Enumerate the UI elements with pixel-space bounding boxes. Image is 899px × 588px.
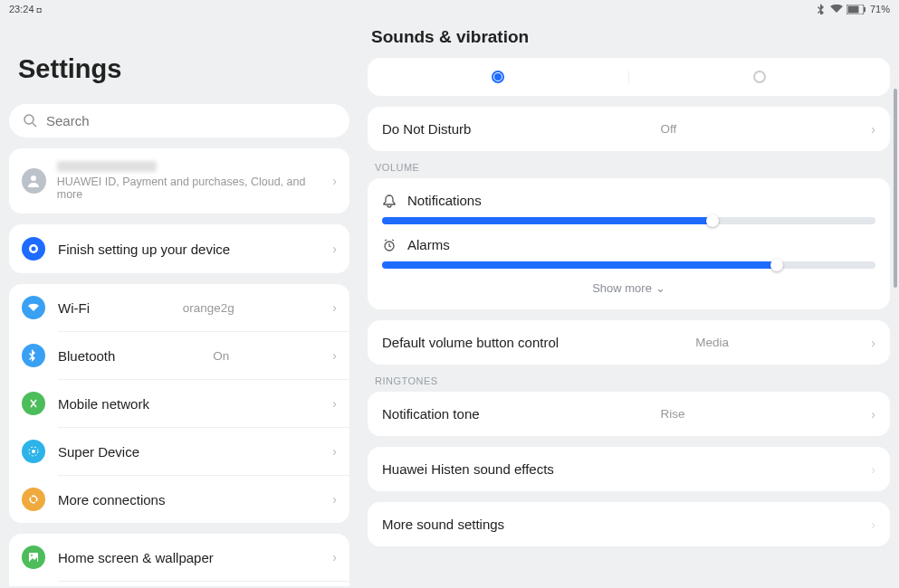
account-row[interactable]: HUAWEI ID, Payment and purchases, Cloud,…: [9, 148, 349, 213]
chevron-right-icon: ›: [871, 517, 875, 532]
default-volume-button-row[interactable]: Default volume button control Media ›: [368, 320, 890, 365]
search-input[interactable]: [46, 113, 335, 128]
chevron-right-icon: ›: [871, 407, 875, 422]
radio-unselected-icon: [753, 71, 766, 83]
chevron-right-icon: ›: [332, 444, 337, 459]
main-title: Sounds & vibration: [371, 27, 890, 47]
volume-slider-alarms[interactable]: [382, 261, 875, 269]
image-icon: [22, 545, 45, 569]
battery-percent: 71%: [870, 4, 890, 14]
chevron-down-icon: ⌄: [655, 281, 665, 295]
scrollbar-indicator[interactable]: [894, 89, 897, 288]
avatar-icon: [22, 168, 46, 194]
setup-label: Finish setting up your device: [58, 242, 230, 257]
volume-header: VOLUME: [375, 162, 890, 173]
chevron-right-icon: ›: [871, 462, 875, 477]
account-name-blurred: [57, 161, 157, 172]
volume-alarms: Alarms: [382, 228, 875, 272]
notification-tone-row[interactable]: Notification tone Rise ›: [368, 392, 890, 436]
volume-notifications: Notifications: [382, 184, 875, 228]
sidebar-item-more-connections[interactable]: More connections ›: [9, 476, 349, 523]
chevron-right-icon: ›: [332, 396, 337, 411]
sidebar-item-mobile-network[interactable]: Mobile network ›: [9, 380, 349, 427]
more-sound-settings-row[interactable]: More sound settings ›: [368, 502, 890, 546]
volume-slider-notifications[interactable]: [382, 217, 875, 224]
clock: 23:24: [9, 4, 34, 14]
setup-icon: [22, 237, 45, 261]
sound-mode-card: [368, 58, 890, 96]
chevron-right-icon: ›: [871, 122, 875, 137]
svg-point-5: [31, 175, 36, 181]
link-icon: [22, 488, 45, 511]
wifi-icon: [22, 296, 45, 319]
chevron-right-icon: ›: [332, 348, 337, 363]
connectivity-group: Wi-Fi orange2g › Bluetooth On › Mobile n…: [9, 284, 349, 523]
chevron-right-icon: ›: [332, 550, 337, 564]
histen-row[interactable]: Huawei Histen sound effects ›: [368, 447, 890, 491]
ringtones-header: RINGTONES: [375, 375, 890, 386]
sidebar-item-super-device[interactable]: Super Device ›: [9, 428, 349, 475]
search-icon: [24, 114, 37, 128]
finish-setup-row[interactable]: Finish setting up your device ›: [9, 224, 349, 273]
status-bar: 23:24 ◘ 71%: [0, 0, 899, 16]
svg-point-7: [32, 247, 36, 251]
sidebar-item-home-wallpaper[interactable]: Home screen & wallpaper ›: [9, 534, 349, 581]
super-device-icon: [22, 440, 45, 463]
svg-rect-1: [847, 5, 858, 13]
svg-line-4: [33, 123, 36, 127]
account-subtitle: HUAWEI ID, Payment and purchases, Cloud,…: [57, 175, 322, 201]
search-box[interactable]: [9, 104, 349, 138]
show-more-button[interactable]: Show more ⌄: [382, 272, 875, 299]
sidebar-item-display-brightness[interactable]: Display & brightness ›: [9, 582, 349, 586]
sound-mode-option-1[interactable]: [368, 71, 629, 83]
signal-icon: [22, 392, 45, 415]
bell-icon: [382, 194, 397, 208]
settings-sidebar: Settings HUAWEI ID, Payment and purchase…: [0, 16, 359, 586]
battery-icon: [846, 5, 866, 14]
sidebar-item-bluetooth[interactable]: Bluetooth On ›: [9, 332, 349, 379]
chevron-right-icon: ›: [332, 492, 337, 507]
svg-rect-2: [864, 7, 866, 12]
main-panel: Sounds & vibration Do Not Disturb Off › …: [359, 16, 899, 586]
svg-point-8: [32, 450, 35, 453]
sound-mode-option-2[interactable]: [629, 71, 890, 83]
display-group: Home screen & wallpaper › Display & brig…: [9, 534, 349, 586]
bluetooth-icon: [22, 344, 45, 367]
svg-point-3: [24, 115, 33, 124]
radio-selected-icon: [492, 71, 504, 83]
page-title: Settings: [18, 54, 349, 84]
alarm-icon: [382, 238, 397, 252]
sidebar-item-wifi[interactable]: Wi-Fi orange2g ›: [9, 284, 349, 331]
chevron-right-icon: ›: [332, 174, 337, 188]
dnd-row[interactable]: Do Not Disturb Off ›: [368, 107, 890, 151]
bluetooth-icon: [818, 4, 827, 14]
svg-point-11: [31, 555, 33, 556]
wifi-icon: [830, 5, 843, 14]
chevron-right-icon: ›: [332, 300, 337, 315]
chevron-right-icon: ›: [871, 336, 875, 350]
chevron-right-icon: ›: [332, 242, 337, 256]
